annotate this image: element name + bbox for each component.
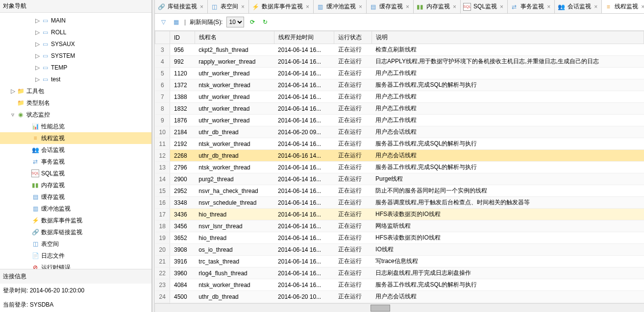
grid-icon[interactable]: ▦ bbox=[172, 18, 180, 26]
toggle-icon[interactable] bbox=[25, 135, 30, 141]
table-row[interactable]: 223960rlog4_flush_thread2014-06-14 16...… bbox=[155, 267, 644, 279]
auto-refresh-icon[interactable]: ↻ bbox=[261, 18, 270, 26]
tree-node-表空间[interactable]: ◫表空间 bbox=[0, 238, 151, 250]
close-icon[interactable]: × bbox=[547, 3, 550, 10]
col-header[interactable]: 运行状态 bbox=[334, 31, 372, 44]
close-icon[interactable]: × bbox=[641, 3, 644, 10]
tree-node-内存监视[interactable]: ▮▮内存监视 bbox=[0, 179, 151, 191]
table-row[interactable]: 142900purg2_thread2014-06-14 16...正在运行Pu… bbox=[155, 173, 644, 185]
tab-会话监视[interactable]: 👥会话监视× bbox=[555, 0, 602, 13]
tab-数据库事件监视[interactable]: ⚡数据库事件监视× bbox=[249, 0, 314, 13]
tree-node-性能总览[interactable]: 📊性能总览 bbox=[0, 120, 151, 132]
table-row[interactable]: 102184uthr_db_thread2014-06-20 09...正在运行… bbox=[155, 126, 644, 138]
tree-node-TEMP[interactable]: ▷▭TEMP bbox=[0, 62, 151, 73]
tree-node-数据库事件监视[interactable]: ⚡数据库事件监视 bbox=[0, 215, 151, 226]
table-row[interactable]: 234084ntsk_worker_thread2014-06-14 16...… bbox=[155, 279, 644, 291]
toggle-icon[interactable]: ▷ bbox=[34, 29, 40, 35]
toggle-icon[interactable] bbox=[25, 147, 30, 153]
toggle-icon[interactable]: ▷ bbox=[34, 18, 40, 24]
toggle-icon[interactable]: ▷ bbox=[34, 76, 40, 82]
table-row[interactable]: 173436hio_thread2014-06-14 16...正在运行HFS表… bbox=[155, 209, 644, 220]
table-row[interactable]: 193652hio_thread2014-06-14 16...正在运行HFS表… bbox=[155, 232, 644, 244]
toggle-icon[interactable]: ▷ bbox=[10, 88, 16, 94]
close-icon[interactable]: × bbox=[594, 3, 597, 10]
close-icon[interactable]: × bbox=[306, 3, 309, 10]
thread-grid[interactable]: ID线程名线程开始时间运行状态说明 3956ckpt2_flush_thread… bbox=[155, 31, 644, 303]
table-row[interactable]: 112192ntsk_worker_thread2014-06-14 16...… bbox=[155, 138, 644, 150]
table-row[interactable]: 213916trc_task_thread2014-06-14 16...正在运… bbox=[155, 256, 644, 267]
toggle-icon[interactable] bbox=[25, 194, 30, 200]
tab-缓冲池监视[interactable]: ▥缓冲池监视× bbox=[314, 0, 367, 13]
close-icon[interactable]: × bbox=[500, 3, 503, 10]
close-icon[interactable]: × bbox=[453, 3, 456, 10]
toggle-icon[interactable]: ▿ bbox=[10, 112, 16, 118]
refresh-icon[interactable]: ⟳ bbox=[248, 18, 257, 26]
toggle-icon[interactable] bbox=[25, 264, 30, 269]
col-header[interactable]: 说明 bbox=[372, 31, 644, 44]
table-row[interactable]: 81832uthr_worker_thread2014-06-14 16...正… bbox=[155, 103, 644, 115]
close-icon[interactable]: × bbox=[200, 3, 203, 10]
refresh-interval-select[interactable]: 10 bbox=[226, 17, 244, 27]
close-icon[interactable]: × bbox=[359, 3, 362, 10]
toggle-icon[interactable] bbox=[25, 182, 30, 188]
toggle-icon[interactable] bbox=[25, 159, 30, 165]
table-row[interactable]: 71388uthr_worker_thread2014-06-14 16...正… bbox=[155, 91, 644, 103]
tab-线程监视[interactable]: ≡线程监视× bbox=[602, 0, 644, 14]
close-icon[interactable]: × bbox=[406, 3, 409, 10]
tree-node-线程监视[interactable]: ≡线程监视 bbox=[0, 132, 151, 144]
col-header[interactable]: 线程开始时间 bbox=[274, 31, 334, 44]
tab-事务监视[interactable]: ⇄事务监视× bbox=[508, 0, 555, 13]
table-row[interactable]: 132796ntsk_worker_thread2014-06-14 16...… bbox=[155, 162, 644, 173]
table-row[interactable]: 3956ckpt2_flush_thread2014-06-14 16...正在… bbox=[155, 44, 644, 56]
connection-info-header[interactable]: 连接信息 bbox=[0, 269, 151, 284]
filter-icon[interactable]: ▽ bbox=[159, 18, 168, 26]
tab-SQL监视[interactable]: SQLSQL监视× bbox=[461, 0, 508, 13]
tree-node-事务监视[interactable]: ⇄事务监视 bbox=[0, 156, 151, 168]
tab-缓存监视[interactable]: ▤缓存监视× bbox=[367, 0, 414, 13]
toggle-icon[interactable] bbox=[25, 123, 30, 129]
horizontal-scrollbar[interactable] bbox=[155, 303, 644, 312]
toggle-icon[interactable] bbox=[25, 229, 30, 235]
table-row[interactable]: 51120uthr_worker_thread2014-06-14 16...正… bbox=[155, 68, 644, 79]
tree-node-类型别名[interactable]: 📁类型别名 bbox=[0, 97, 151, 109]
toggle-icon[interactable] bbox=[25, 217, 30, 223]
toggle-icon[interactable] bbox=[25, 253, 30, 259]
tree-node-缓冲池监视[interactable]: ▥缓冲池监视 bbox=[0, 203, 151, 215]
table-row[interactable]: 61372ntsk_worker_thread2014-06-14 16...正… bbox=[155, 79, 644, 91]
tab-库链接监视[interactable]: 🔗库链接监视× bbox=[155, 0, 208, 13]
tree-node-工具包[interactable]: ▷📁工具包 bbox=[0, 85, 151, 97]
tree-node-缓存监视[interactable]: ▤缓存监视 bbox=[0, 191, 151, 203]
col-header[interactable]: ID bbox=[170, 31, 195, 44]
table-row[interactable]: 122268uthr_db_thread2014-06-16 14...正在运行… bbox=[155, 150, 644, 162]
table-row[interactable]: 203908os_io_thread2014-06-14 16...正在运行IO… bbox=[155, 244, 644, 256]
close-icon[interactable]: × bbox=[241, 3, 245, 10]
toggle-icon[interactable]: ▷ bbox=[34, 41, 40, 47]
tree-node-ROLL[interactable]: ▷▭ROLL bbox=[0, 26, 151, 38]
tree-node-会话监视[interactable]: 👥会话监视 bbox=[0, 144, 151, 156]
toggle-icon[interactable] bbox=[25, 241, 30, 247]
table-row[interactable]: 152952nsvr_ha_check_thread2014-06-14 16.… bbox=[155, 185, 644, 197]
table-row[interactable]: 163348nsvr_schedule_thread2014-06-14 16.… bbox=[155, 197, 644, 209]
col-header[interactable] bbox=[155, 31, 170, 44]
toggle-icon[interactable] bbox=[25, 170, 30, 176]
tree-node-日志文件[interactable]: 📄日志文件 bbox=[0, 250, 151, 262]
tree-node-数据库链接监视[interactable]: 🔗数据库链接监视 bbox=[0, 226, 151, 238]
tree-node-运行时错误[interactable]: ⊘运行时错误 bbox=[0, 262, 151, 269]
toggle-icon[interactable]: ▷ bbox=[34, 65, 40, 71]
table-row[interactable]: 244500uthr_db_thread2014-06-20 10...正在运行… bbox=[155, 291, 644, 303]
tree-node-MAIN[interactable]: ▷▭MAIN bbox=[0, 15, 151, 26]
tree-node-SYSTEM[interactable]: ▷▭SYSTEM bbox=[0, 50, 151, 62]
table-row[interactable]: 91876uthr_worker_thread2014-06-14 16...正… bbox=[155, 115, 644, 126]
toggle-icon[interactable] bbox=[10, 100, 16, 106]
tree-node-SQL监视[interactable]: SQLSQL监视 bbox=[0, 168, 151, 179]
tree-node-状态监控[interactable]: ▿◉状态监控 bbox=[0, 109, 151, 120]
scroll-thumb[interactable] bbox=[371, 305, 390, 312]
table-row[interactable]: 183456nsvr_lsnr_thread2014-06-14 16...正在… bbox=[155, 220, 644, 232]
toggle-icon[interactable] bbox=[25, 206, 30, 212]
tab-表空间[interactable]: ◫表空间× bbox=[208, 0, 249, 13]
tab-内存监视[interactable]: ▮▮内存监视× bbox=[414, 0, 461, 13]
table-row[interactable]: 4992rapply_worker_thread2014-06-14 16...… bbox=[155, 56, 644, 68]
tree-node-SYSAUX[interactable]: ▷▭SYSAUX bbox=[0, 38, 151, 50]
tree-node-test[interactable]: ▷▭test bbox=[0, 73, 151, 85]
toggle-icon[interactable]: ▷ bbox=[34, 53, 40, 59]
